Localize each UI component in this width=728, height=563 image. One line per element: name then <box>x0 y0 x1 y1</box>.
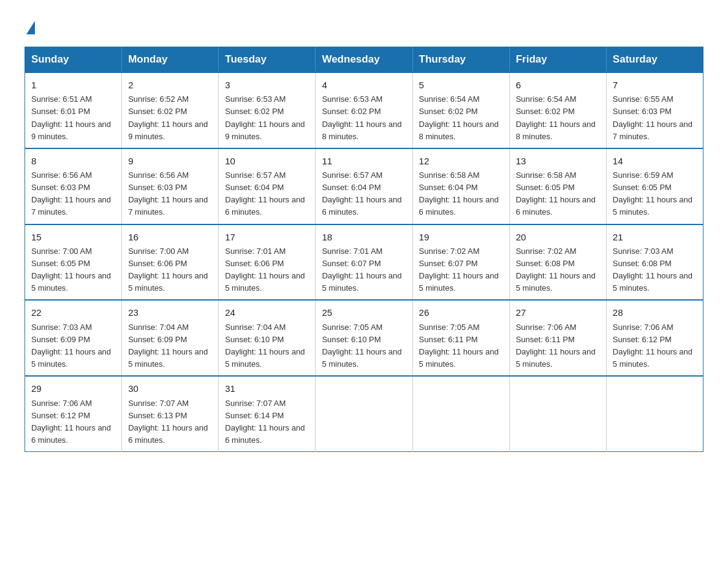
calendar-day-cell: 13 Sunrise: 6:58 AMSunset: 6:05 PMDaylig… <box>509 148 606 224</box>
day-number: 7 <box>613 78 697 92</box>
calendar-day-cell: 15 Sunrise: 7:00 AMSunset: 6:05 PMDaylig… <box>25 224 122 301</box>
calendar-day-cell: 18 Sunrise: 7:01 AMSunset: 6:07 PMDaylig… <box>316 224 412 301</box>
day-number: 15 <box>31 230 115 244</box>
day-info: Sunrise: 7:00 AMSunset: 6:06 PMDaylight:… <box>128 245 212 295</box>
day-number: 11 <box>322 154 406 168</box>
calendar-table: SundayMondayTuesdayWednesdayThursdayFrid… <box>25 47 703 452</box>
calendar-day-cell: 28 Sunrise: 7:06 AMSunset: 6:12 PMDaylig… <box>606 300 703 376</box>
calendar-week-row: 1 Sunrise: 6:51 AMSunset: 6:01 PMDayligh… <box>25 72 703 148</box>
day-info: Sunrise: 7:01 AMSunset: 6:06 PMDaylight:… <box>225 245 309 295</box>
calendar-day-cell: 2 Sunrise: 6:52 AMSunset: 6:02 PMDayligh… <box>122 72 219 148</box>
day-number: 29 <box>31 381 115 396</box>
day-number: 24 <box>225 305 309 320</box>
day-info: Sunrise: 6:57 AMSunset: 6:04 PMDaylight:… <box>225 169 309 219</box>
day-info: Sunrise: 6:51 AMSunset: 6:01 PMDaylight:… <box>31 93 115 143</box>
calendar-day-cell: 25 Sunrise: 7:05 AMSunset: 6:10 PMDaylig… <box>316 300 412 376</box>
day-number: 17 <box>225 230 309 244</box>
calendar-day-cell: 29 Sunrise: 7:06 AMSunset: 6:12 PMDaylig… <box>25 376 122 451</box>
day-info: Sunrise: 6:57 AMSunset: 6:04 PMDaylight:… <box>322 169 406 219</box>
calendar-day-cell <box>606 376 703 451</box>
calendar-day-cell: 23 Sunrise: 7:04 AMSunset: 6:09 PMDaylig… <box>122 300 219 376</box>
weekday-header-tuesday: Tuesday <box>219 47 316 73</box>
calendar-day-cell <box>412 376 509 451</box>
weekday-header-wednesday: Wednesday <box>316 47 412 73</box>
day-info: Sunrise: 7:04 AMSunset: 6:09 PMDaylight:… <box>128 321 212 371</box>
day-number: 6 <box>516 78 600 92</box>
day-info: Sunrise: 6:56 AMSunset: 6:03 PMDaylight:… <box>128 169 212 219</box>
calendar-day-cell: 17 Sunrise: 7:01 AMSunset: 6:06 PMDaylig… <box>219 224 316 301</box>
day-info: Sunrise: 6:54 AMSunset: 6:02 PMDaylight:… <box>516 93 600 143</box>
weekday-header-friday: Friday <box>509 47 606 73</box>
calendar-day-cell: 8 Sunrise: 6:56 AMSunset: 6:03 PMDayligh… <box>25 148 122 224</box>
day-number: 14 <box>613 154 697 168</box>
day-number: 27 <box>516 305 600 320</box>
calendar-day-cell: 3 Sunrise: 6:53 AMSunset: 6:02 PMDayligh… <box>219 72 316 148</box>
calendar-week-row: 22 Sunrise: 7:03 AMSunset: 6:09 PMDaylig… <box>25 300 703 376</box>
calendar-day-cell: 20 Sunrise: 7:02 AMSunset: 6:08 PMDaylig… <box>509 224 606 301</box>
calendar-day-cell: 21 Sunrise: 7:03 AMSunset: 6:08 PMDaylig… <box>606 224 703 301</box>
page-header <box>25 18 703 34</box>
calendar-week-row: 15 Sunrise: 7:00 AMSunset: 6:05 PMDaylig… <box>25 224 703 301</box>
day-number: 26 <box>419 305 503 320</box>
calendar-day-cell: 26 Sunrise: 7:05 AMSunset: 6:11 PMDaylig… <box>412 300 509 376</box>
day-info: Sunrise: 6:59 AMSunset: 6:05 PMDaylight:… <box>613 169 697 219</box>
day-number: 31 <box>225 381 309 396</box>
calendar-day-cell: 31 Sunrise: 7:07 AMSunset: 6:14 PMDaylig… <box>219 376 316 451</box>
day-info: Sunrise: 6:55 AMSunset: 6:03 PMDaylight:… <box>613 93 697 143</box>
day-info: Sunrise: 6:56 AMSunset: 6:03 PMDaylight:… <box>31 169 115 219</box>
day-number: 8 <box>31 154 115 168</box>
calendar-day-cell: 4 Sunrise: 6:53 AMSunset: 6:02 PMDayligh… <box>316 72 412 148</box>
calendar-day-cell: 27 Sunrise: 7:06 AMSunset: 6:11 PMDaylig… <box>509 300 606 376</box>
day-number: 1 <box>31 78 115 92</box>
day-info: Sunrise: 6:52 AMSunset: 6:02 PMDaylight:… <box>128 93 212 143</box>
day-number: 12 <box>419 154 503 168</box>
day-info: Sunrise: 7:06 AMSunset: 6:12 PMDaylight:… <box>31 397 115 447</box>
day-info: Sunrise: 6:58 AMSunset: 6:04 PMDaylight:… <box>419 169 503 219</box>
calendar-day-cell: 1 Sunrise: 6:51 AMSunset: 6:01 PMDayligh… <box>25 72 122 148</box>
calendar-week-row: 29 Sunrise: 7:06 AMSunset: 6:12 PMDaylig… <box>25 376 703 451</box>
day-number: 25 <box>322 305 406 320</box>
day-number: 3 <box>225 78 309 92</box>
day-number: 10 <box>225 154 309 168</box>
day-info: Sunrise: 6:58 AMSunset: 6:05 PMDaylight:… <box>516 169 600 219</box>
calendar-day-cell: 19 Sunrise: 7:02 AMSunset: 6:07 PMDaylig… <box>412 224 509 301</box>
day-info: Sunrise: 6:53 AMSunset: 6:02 PMDaylight:… <box>225 93 309 143</box>
day-info: Sunrise: 7:02 AMSunset: 6:08 PMDaylight:… <box>516 245 600 295</box>
calendar-day-cell: 9 Sunrise: 6:56 AMSunset: 6:03 PMDayligh… <box>122 148 219 224</box>
weekday-header-thursday: Thursday <box>412 47 509 73</box>
day-info: Sunrise: 7:06 AMSunset: 6:11 PMDaylight:… <box>516 321 600 371</box>
day-info: Sunrise: 7:07 AMSunset: 6:13 PMDaylight:… <box>128 397 212 447</box>
logo-triangle-icon <box>26 21 35 34</box>
calendar-day-cell: 10 Sunrise: 6:57 AMSunset: 6:04 PMDaylig… <box>219 148 316 224</box>
weekday-header-row: SundayMondayTuesdayWednesdayThursdayFrid… <box>25 47 703 73</box>
day-number: 4 <box>322 78 406 92</box>
calendar-day-cell <box>509 376 606 451</box>
day-info: Sunrise: 7:06 AMSunset: 6:12 PMDaylight:… <box>613 321 697 371</box>
calendar-day-cell: 16 Sunrise: 7:00 AMSunset: 6:06 PMDaylig… <box>122 224 219 301</box>
day-info: Sunrise: 6:54 AMSunset: 6:02 PMDaylight:… <box>419 93 503 143</box>
calendar-day-cell <box>316 376 412 451</box>
calendar-day-cell: 6 Sunrise: 6:54 AMSunset: 6:02 PMDayligh… <box>509 72 606 148</box>
day-info: Sunrise: 7:01 AMSunset: 6:07 PMDaylight:… <box>322 245 406 295</box>
day-number: 21 <box>613 230 697 244</box>
day-number: 19 <box>419 230 503 244</box>
weekday-header-monday: Monday <box>122 47 219 73</box>
day-number: 16 <box>128 230 212 244</box>
day-info: Sunrise: 6:53 AMSunset: 6:02 PMDaylight:… <box>322 93 406 143</box>
weekday-header-saturday: Saturday <box>606 47 703 73</box>
day-number: 2 <box>128 78 212 92</box>
day-info: Sunrise: 7:02 AMSunset: 6:07 PMDaylight:… <box>419 245 503 295</box>
day-number: 30 <box>128 381 212 396</box>
weekday-header-sunday: Sunday <box>25 47 122 73</box>
calendar-week-row: 8 Sunrise: 6:56 AMSunset: 6:03 PMDayligh… <box>25 148 703 224</box>
day-info: Sunrise: 7:05 AMSunset: 6:10 PMDaylight:… <box>322 321 406 371</box>
day-number: 9 <box>128 154 212 168</box>
day-number: 18 <box>322 230 406 244</box>
day-number: 23 <box>128 305 212 320</box>
calendar-day-cell: 12 Sunrise: 6:58 AMSunset: 6:04 PMDaylig… <box>412 148 509 224</box>
day-number: 28 <box>613 305 697 320</box>
calendar-day-cell: 30 Sunrise: 7:07 AMSunset: 6:13 PMDaylig… <box>122 376 219 451</box>
calendar-day-cell: 11 Sunrise: 6:57 AMSunset: 6:04 PMDaylig… <box>316 148 412 224</box>
day-info: Sunrise: 7:03 AMSunset: 6:09 PMDaylight:… <box>31 321 115 371</box>
day-number: 20 <box>516 230 600 244</box>
